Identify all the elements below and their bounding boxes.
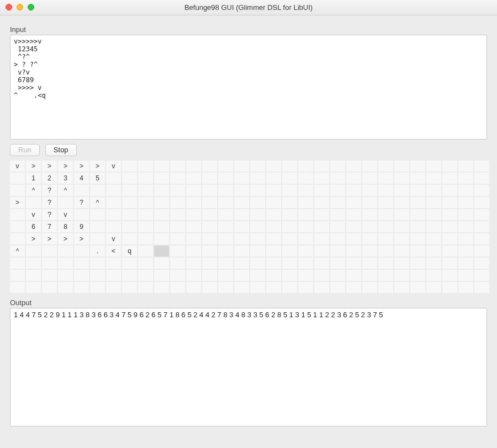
grid-cell[interactable] [170, 173, 185, 184]
grid-cell[interactable] [314, 185, 329, 196]
grid-cell[interactable] [282, 233, 297, 244]
grid-cell[interactable] [170, 185, 185, 196]
grid-cell[interactable]: > [74, 233, 89, 244]
grid-cell[interactable] [378, 246, 393, 257]
grid-cell[interactable] [330, 221, 345, 232]
grid-cell[interactable] [170, 161, 185, 172]
grid-cell[interactable] [298, 270, 313, 281]
grid-cell[interactable] [266, 173, 281, 184]
grid-cell[interactable] [378, 197, 393, 208]
grid-cell[interactable]: > [10, 197, 25, 208]
grid-cell[interactable] [458, 161, 473, 172]
grid-cell[interactable] [410, 270, 425, 281]
grid-cell[interactable] [170, 282, 185, 293]
grid-cell[interactable] [234, 282, 249, 293]
grid-cell[interactable] [186, 270, 201, 281]
grid-cell[interactable]: ^ [90, 197, 105, 208]
grid-cell[interactable] [250, 185, 265, 196]
grid-cell[interactable] [90, 209, 105, 220]
grid-cell[interactable]: ^ [58, 185, 73, 196]
grid-cell[interactable] [298, 173, 313, 184]
grid-cell[interactable] [106, 258, 121, 269]
grid-cell[interactable] [186, 233, 201, 244]
grid-cell[interactable] [138, 282, 153, 293]
grid-cell[interactable] [90, 258, 105, 269]
grid-cell[interactable] [314, 270, 329, 281]
grid-cell[interactable] [362, 197, 377, 208]
grid-cell[interactable] [458, 258, 473, 269]
grid-cell[interactable]: 4 [74, 173, 89, 184]
grid-cell[interactable] [298, 209, 313, 220]
grid-cell[interactable] [42, 270, 57, 281]
grid-cell[interactable] [378, 173, 393, 184]
input-textarea[interactable]: v>>>>>v 12345 ^?^ > ? ?^ v?v 6789 >>>> v… [10, 35, 487, 140]
grid-cell[interactable] [218, 282, 233, 293]
grid-cell[interactable] [154, 258, 169, 269]
grid-cell[interactable]: 2 [42, 173, 57, 184]
grid-cell[interactable] [282, 173, 297, 184]
grid-cell[interactable] [362, 185, 377, 196]
grid-cell[interactable] [314, 233, 329, 244]
grid-cell[interactable]: v [26, 209, 41, 220]
grid-cell[interactable] [298, 258, 313, 269]
grid-cell[interactable] [218, 233, 233, 244]
grid-cell[interactable] [474, 185, 489, 196]
grid-cell[interactable] [266, 246, 281, 257]
grid-cell[interactable] [346, 197, 361, 208]
grid-cell[interactable] [202, 197, 217, 208]
grid-cell[interactable] [362, 258, 377, 269]
grid-cell[interactable] [218, 246, 233, 257]
grid-cell[interactable] [330, 233, 345, 244]
grid-cell[interactable]: > [58, 233, 73, 244]
grid-cell[interactable]: ^ [10, 246, 25, 257]
grid-cell[interactable] [154, 221, 169, 232]
grid-cell[interactable] [154, 233, 169, 244]
grid-cell[interactable] [410, 233, 425, 244]
grid-cell[interactable] [90, 185, 105, 196]
grid-cell[interactable] [138, 233, 153, 244]
grid-cell[interactable]: 6 [26, 221, 41, 232]
grid-cell[interactable] [298, 221, 313, 232]
grid-cell[interactable] [378, 258, 393, 269]
grid-cell[interactable] [122, 209, 137, 220]
grid-cell[interactable] [378, 209, 393, 220]
grid-cell[interactable] [458, 173, 473, 184]
grid-cell[interactable] [138, 258, 153, 269]
grid-cell[interactable] [186, 197, 201, 208]
grid-cell[interactable] [234, 221, 249, 232]
grid-cell[interactable] [362, 161, 377, 172]
grid-cell[interactable] [314, 221, 329, 232]
grid-cell[interactable] [138, 246, 153, 257]
grid-cell[interactable] [426, 173, 441, 184]
grid-cell[interactable] [26, 197, 41, 208]
grid-cell[interactable] [42, 246, 57, 257]
grid-cell[interactable] [106, 185, 121, 196]
grid-cell[interactable] [42, 258, 57, 269]
grid-cell[interactable] [378, 270, 393, 281]
grid-cell[interactable] [474, 161, 489, 172]
grid-cell[interactable] [10, 173, 25, 184]
grid-cell[interactable] [234, 258, 249, 269]
grid-cell[interactable] [234, 209, 249, 220]
grid-cell[interactable] [122, 173, 137, 184]
grid-cell[interactable] [250, 197, 265, 208]
grid-cell[interactable] [218, 270, 233, 281]
grid-cell[interactable] [362, 209, 377, 220]
grid-cell[interactable] [122, 282, 137, 293]
grid-cell[interactable] [346, 161, 361, 172]
grid-cell[interactable] [10, 282, 25, 293]
grid-cell[interactable] [170, 197, 185, 208]
grid-cell[interactable] [394, 270, 409, 281]
grid-cell[interactable]: 1 [26, 173, 41, 184]
grid-cell[interactable] [122, 270, 137, 281]
grid-cell[interactable] [122, 258, 137, 269]
grid-cell[interactable] [362, 270, 377, 281]
grid-cell[interactable] [170, 246, 185, 257]
grid-cell[interactable] [426, 258, 441, 269]
grid-cell[interactable] [330, 185, 345, 196]
grid-cell[interactable] [154, 282, 169, 293]
grid-cell[interactable] [74, 209, 89, 220]
grid-cell[interactable] [378, 282, 393, 293]
grid-cell[interactable] [314, 161, 329, 172]
grid-cell[interactable] [266, 197, 281, 208]
